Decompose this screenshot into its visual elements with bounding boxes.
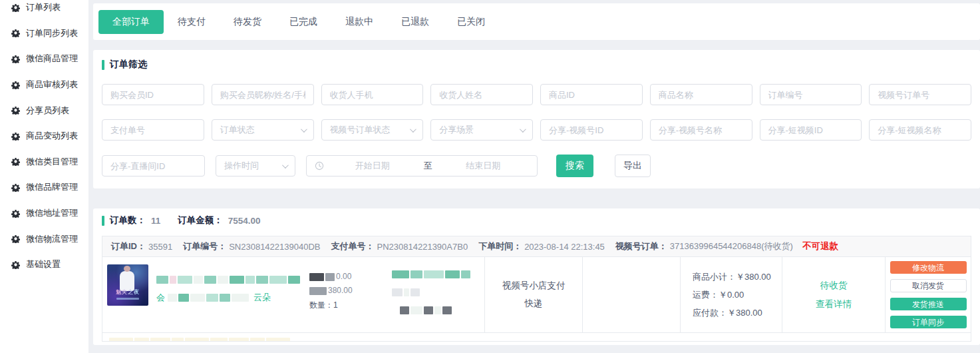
payment-method: 视频号小店支付 bbox=[502, 280, 566, 292]
order-id-label: 订单ID： bbox=[111, 240, 146, 252]
title-fragment: 会 bbox=[156, 292, 165, 302]
order-list-panel: 订单数： 11 订单金额： 7554.00 订单ID： 35591 订单编号： … bbox=[93, 208, 980, 345]
operate-time-select[interactable]: 操作时间 bbox=[216, 155, 295, 176]
end-date-placeholder[interactable]: 结束日期 bbox=[438, 160, 530, 172]
gear-icon bbox=[11, 3, 20, 12]
sidebar-item-product-review-list[interactable]: 商品审核列表 bbox=[0, 72, 88, 98]
share-scene-select[interactable]: 分享场景 bbox=[430, 119, 533, 141]
edit-logistics-button[interactable]: 修改物流 bbox=[890, 261, 967, 274]
gear-icon bbox=[11, 132, 20, 141]
sidebar-menu: 订单列表 订单同步列表 微信商品管理 商品审核列表 分享员列表 商品变动列表 微… bbox=[0, 0, 88, 278]
censored-block bbox=[445, 270, 460, 278]
tab-refunding[interactable]: 退款中 bbox=[331, 10, 387, 34]
poster-caption: 魅夫之夜 bbox=[107, 288, 148, 296]
view-detail-link[interactable]: 查看详情 bbox=[816, 298, 852, 310]
order-time-value: 2023-08-14 22:13:45 bbox=[524, 242, 605, 252]
shipping-value: ￥0.00 bbox=[719, 290, 744, 300]
censored-block bbox=[229, 338, 249, 341]
censored-block bbox=[230, 276, 244, 284]
sidebar-item-order-list[interactable]: 订单列表 bbox=[0, 0, 88, 21]
subtotal-value: ￥380.00 bbox=[736, 272, 771, 282]
tab-refunded[interactable]: 已退款 bbox=[387, 10, 443, 34]
censored-block bbox=[206, 294, 218, 302]
pay-sn-value: PN230814221390A7B0 bbox=[377, 242, 468, 252]
sidebar-item-basic-settings[interactable]: 基础设置 bbox=[0, 252, 88, 278]
subtotal-line: 商品小计：￥380.00 bbox=[693, 271, 776, 283]
share-channel-name-input[interactable] bbox=[650, 119, 752, 141]
sidebar-item-label: 微信品牌管理 bbox=[26, 181, 78, 193]
censored-block bbox=[256, 276, 268, 284]
receiver-phone-input[interactable] bbox=[321, 84, 424, 105]
censored-block bbox=[185, 338, 209, 341]
section-accent-bar bbox=[102, 60, 104, 70]
receiver-name-input[interactable] bbox=[430, 84, 533, 105]
price-value: 380.00 bbox=[328, 286, 353, 295]
tab-pending-payment[interactable]: 待支付 bbox=[164, 10, 220, 34]
pay-sn-input[interactable] bbox=[102, 119, 204, 141]
sidebar-item-wechat-brand-mgmt[interactable]: 微信品牌管理 bbox=[0, 175, 88, 200]
censored-block bbox=[461, 270, 470, 278]
censored-block bbox=[190, 294, 205, 302]
order-sn-input[interactable] bbox=[760, 84, 862, 105]
export-button[interactable]: 导出 bbox=[615, 155, 651, 177]
product-id-input[interactable] bbox=[540, 84, 643, 105]
sidebar-item-wechat-category-mgmt[interactable]: 微信类目管理 bbox=[0, 149, 88, 175]
product-name-input[interactable] bbox=[650, 84, 752, 105]
tab-all-orders[interactable]: 全部订单 bbox=[98, 10, 164, 34]
sidebar-item-wechat-logistics-mgmt[interactable]: 微信物流管理 bbox=[0, 226, 88, 252]
censored-block bbox=[309, 287, 327, 295]
sidebar-item-label: 商品审核列表 bbox=[26, 79, 78, 91]
channels-order-value: 3713639964544206848(待收货) bbox=[670, 240, 793, 252]
price-cell: 0.00 380.00 数量：1 bbox=[309, 264, 384, 327]
date-range-picker[interactable]: 开始日期 至 结束日期 bbox=[306, 155, 538, 176]
cancel-shipment-button[interactable]: 取消发货 bbox=[890, 279, 967, 292]
sidebar-item-wechat-product-mgmt[interactable]: 微信商品管理 bbox=[0, 46, 88, 72]
order-status-select[interactable]: 订单状态 bbox=[212, 119, 314, 141]
chevron-down-icon bbox=[282, 162, 289, 169]
date-separator: 至 bbox=[421, 160, 435, 172]
censored-block bbox=[218, 276, 228, 284]
sidebar-item-label: 微信类目管理 bbox=[26, 156, 78, 168]
order-sn-value: SN23081422139040DB bbox=[229, 242, 320, 252]
censored-product-title: 会 云朵 bbox=[156, 264, 301, 327]
sidebar-item-wechat-address-mgmt[interactable]: 微信地址管理 bbox=[0, 200, 88, 226]
buyer-info-cell bbox=[385, 257, 485, 332]
sidebar-item-product-change-list[interactable]: 商品变动列表 bbox=[0, 123, 88, 149]
censored-line bbox=[156, 273, 301, 285]
status-badge: 待收货 bbox=[820, 280, 848, 292]
censored-block bbox=[400, 306, 409, 314]
sidebar-item-sharer-list[interactable]: 分享员列表 bbox=[0, 97, 88, 123]
start-date-placeholder[interactable]: 开始日期 bbox=[327, 160, 418, 172]
censored-block bbox=[434, 306, 441, 314]
censored-block bbox=[245, 276, 255, 284]
tab-pending-shipment[interactable]: 待发货 bbox=[220, 10, 275, 34]
censored-block bbox=[410, 270, 422, 278]
tab-completed[interactable]: 已完成 bbox=[275, 10, 331, 34]
buyer-nickname-input[interactable] bbox=[212, 84, 314, 105]
order-amount-label: 订单金额： bbox=[178, 214, 223, 226]
share-short-video-id-input[interactable] bbox=[760, 119, 862, 141]
censored-block bbox=[424, 306, 433, 314]
sidebar-item-order-sync-list[interactable]: 订单同步列表 bbox=[0, 21, 88, 47]
channels-order-sn-input[interactable] bbox=[869, 84, 971, 105]
share-channel-id-input[interactable] bbox=[540, 119, 643, 141]
shipping-line: 运费：￥0.00 bbox=[693, 289, 776, 301]
share-short-video-name-input[interactable] bbox=[869, 119, 971, 141]
buyer-member-id-input[interactable] bbox=[102, 84, 204, 105]
order-header: 订单ID： 35591 订单编号： SN23081422139040DB 支付单… bbox=[102, 236, 971, 256]
shipment-push-button[interactable]: 发货推送 bbox=[890, 298, 967, 310]
share-live-room-id-input[interactable] bbox=[102, 155, 205, 176]
order-sync-button[interactable]: 订单同步 bbox=[890, 316, 967, 328]
quantity-value: 1 bbox=[333, 300, 338, 310]
price-value: 0.00 bbox=[336, 272, 351, 281]
order-filter-panel: 订单筛选 订单状态 视频号订单状态 分享场景 bbox=[93, 50, 980, 188]
gear-icon bbox=[11, 260, 20, 269]
channels-order-status-select[interactable]: 视频号订单状态 bbox=[321, 119, 424, 141]
tab-closed[interactable]: 已关闭 bbox=[443, 10, 499, 34]
order-status-cell: 待收货 查看详情 bbox=[782, 257, 886, 332]
search-button[interactable]: 搜索 bbox=[556, 155, 593, 177]
no-refund-badge: 不可退款 bbox=[802, 240, 838, 252]
sidebar-item-label: 订单列表 bbox=[26, 1, 61, 13]
gear-icon bbox=[11, 106, 20, 115]
order-actions-cell: 修改物流 取消发货 发货推送 订单同步 bbox=[886, 257, 971, 332]
